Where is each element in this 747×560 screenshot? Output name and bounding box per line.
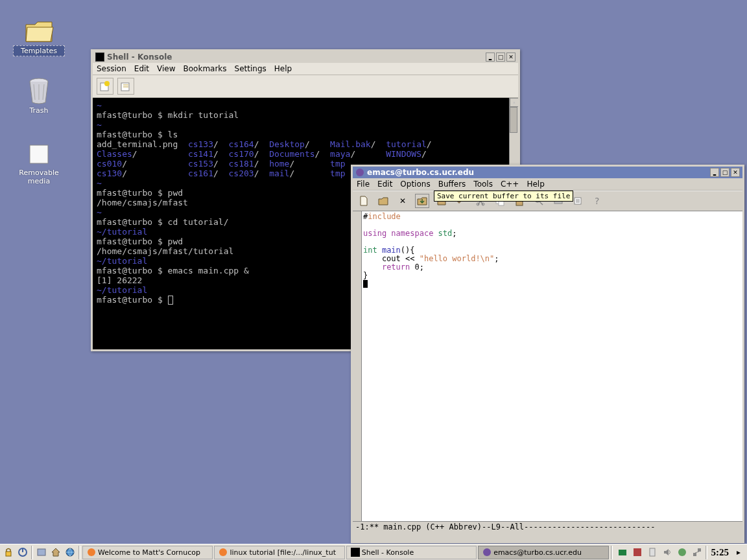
svg-rect-29: [634, 548, 641, 556]
menu-settings[interactable]: Settings: [235, 64, 267, 73]
desktop-label: Templates: [13, 45, 65, 56]
home-button[interactable]: [49, 545, 63, 559]
svg-rect-21: [22, 548, 23, 552]
taskbar: Welcome to Matt's Cornucop linux tutoria…: [0, 544, 747, 560]
clock[interactable]: 5:25: [709, 547, 732, 558]
desktop-label: Removable media: [13, 169, 65, 185]
menu-help[interactable]: Help: [274, 64, 292, 73]
menu-bookmarks[interactable]: Bookmarks: [184, 64, 227, 73]
new-tab-button[interactable]: [97, 78, 113, 95]
divider: [78, 546, 80, 559]
task-emacs[interactable]: emacs@turbo.cs.ucr.edu: [478, 546, 608, 559]
svg-rect-1: [30, 145, 48, 163]
konsole-toolbar: [93, 75, 518, 98]
trash-icon: [23, 76, 54, 105]
open-file-button[interactable]: [376, 194, 390, 208]
menu-buffers[interactable]: Buffers: [438, 180, 466, 189]
svg-rect-30: [650, 548, 655, 556]
svg-text:?: ?: [595, 196, 599, 206]
desktop-templates[interactable]: Templates: [13, 18, 65, 56]
lock-button[interactable]: [1, 545, 16, 559]
browser-button[interactable]: [63, 545, 77, 559]
volume-icon[interactable]: [660, 545, 674, 559]
maximize-button[interactable]: □: [496, 52, 505, 62]
emacs-titlebar[interactable]: emacs@turbo.cs.ucr.edu ‗ □ ✕: [353, 167, 742, 178]
konsole-titlebar[interactable]: Shell - Konsole ‗ □ ✕: [93, 51, 518, 63]
window-title: Shell - Konsole: [107, 52, 172, 62]
svg-rect-26: [351, 548, 360, 557]
menu-edit[interactable]: Edit: [377, 180, 392, 189]
menu-session[interactable]: Session: [97, 64, 126, 73]
divider: [706, 546, 707, 559]
svg-rect-32: [693, 553, 696, 556]
task-konsole[interactable]: Shell - Konsole: [346, 546, 477, 559]
logout-button[interactable]: [16, 545, 30, 559]
network-icon[interactable]: [690, 545, 704, 559]
svg-rect-33: [698, 548, 701, 552]
svg-point-5: [104, 81, 110, 86]
scroll-up-icon[interactable]: ▴: [510, 98, 518, 107]
emacs-window: emacs@turbo.cs.ucr.edu ‗ □ ✕ File Edit O…: [351, 165, 744, 543]
emacs-minibuffer[interactable]: [353, 532, 742, 541]
show-desktop-button[interactable]: [34, 545, 49, 559]
divider: [611, 546, 613, 559]
svg-rect-28: [619, 550, 626, 555]
tray-icon[interactable]: [630, 545, 645, 559]
close-file-button[interactable]: ✕: [396, 194, 410, 208]
emacs-gutter: [353, 211, 362, 521]
desktop-trash[interactable]: Trash: [13, 76, 65, 115]
minimize-button[interactable]: ‗: [710, 168, 719, 177]
save-button[interactable]: [415, 194, 429, 208]
svg-rect-3: [96, 53, 104, 61]
konsole-menubar: Session Edit View Bookmarks Settings Hel…: [93, 63, 518, 75]
code-area[interactable]: #include using namespace std; int main()…: [362, 211, 742, 521]
desktop-label: Trash: [13, 106, 65, 115]
terminal-icon: [95, 52, 104, 62]
desktop-removable[interactable]: Removable media: [13, 141, 65, 185]
emacs-menubar: File Edit Options Buffers Tools C++ Help: [353, 178, 742, 191]
svg-point-24: [88, 548, 95, 556]
folder-icon: [23, 18, 54, 44]
scroll-thumb[interactable]: [510, 107, 517, 133]
expand-button[interactable]: ▸: [731, 545, 746, 559]
system-tray: [615, 545, 704, 559]
menu-edit[interactable]: Edit: [134, 64, 149, 73]
svg-point-25: [219, 548, 227, 556]
task-welcome[interactable]: Welcome to Matt's Cornucop: [82, 546, 213, 559]
menu-help[interactable]: Help: [527, 180, 544, 189]
emacs-modeline: -1:** main.cpp (C++ Abbrev)--L9--All----…: [353, 521, 742, 532]
media-icon: [26, 141, 52, 167]
svg-rect-19: [6, 552, 11, 556]
close-button[interactable]: ✕: [506, 52, 516, 62]
task-linux-tutorial[interactable]: linux tutorial [file:/.../linux_tut: [214, 546, 344, 559]
svg-point-7: [356, 169, 364, 176]
divider: [31, 546, 33, 559]
menu-options[interactable]: Options: [400, 180, 430, 189]
updates-icon[interactable]: [675, 545, 689, 559]
menu-file[interactable]: File: [357, 180, 370, 189]
tray-icon[interactable]: [615, 545, 630, 559]
menu-cpp[interactable]: C++: [501, 180, 519, 189]
menu-view[interactable]: View: [157, 64, 175, 73]
close-button[interactable]: ✕: [731, 168, 740, 177]
menu-tools[interactable]: Tools: [473, 180, 493, 189]
svg-point-31: [678, 548, 686, 556]
klipper-icon[interactable]: [645, 545, 659, 559]
new-file-button[interactable]: [357, 194, 371, 208]
emacs-content[interactable]: #include using namespace std; int main()…: [353, 211, 742, 521]
maximize-button[interactable]: □: [720, 168, 729, 177]
window-title: emacs@turbo.cs.ucr.edu: [367, 168, 474, 177]
minimize-button[interactable]: ‗: [486, 52, 495, 62]
svg-rect-22: [38, 549, 45, 555]
detach-button[interactable]: [117, 78, 134, 95]
help-button[interactable]: ?: [590, 194, 604, 208]
tooltip: Save current buffer to its file: [434, 191, 573, 202]
emacs-icon: [355, 168, 364, 177]
svg-point-27: [483, 548, 491, 556]
